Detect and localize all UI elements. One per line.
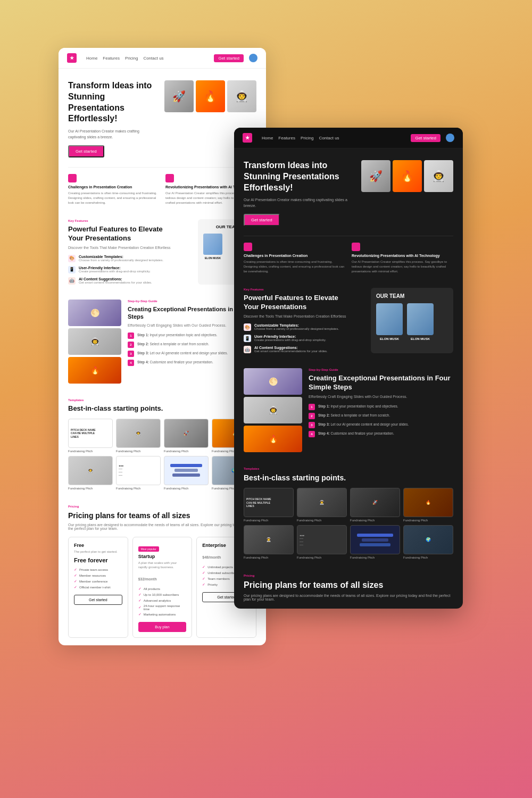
plan-cta-free[interactable]: Get started [74, 595, 122, 605]
problem-card-dark-1: Challenges in Presentation Creation Crea… [244, 243, 345, 274]
feature-icon-dark-ai: 🤖 [244, 346, 251, 353]
problem-icon-1 [68, 174, 77, 182]
plan-price-free: Free forever [74, 557, 122, 563]
template-label-dark-4: Fundraising Pitch [403, 519, 453, 522]
template-thumb-2: 👨‍🚀 [116, 419, 161, 448]
template-thumb-1: PITCH DECK NAMECAN BE MULTIPLELINES [68, 419, 113, 448]
feature-icon-dark-templates: 🎨 [244, 323, 251, 331]
steps-label-dark: Step-by-Step Guide [309, 368, 453, 371]
feature-startup-5: ✓Marketing automations [138, 612, 187, 617]
navbar-light: ★ Home Features Pricing Contact us Get s… [59, 48, 266, 69]
problem-text-dark-2: Our AI Presentation Creator simplifies t… [352, 260, 453, 274]
logo-icon[interactable]: ★ [67, 53, 77, 63]
nav-cta-button[interactable]: Get started [214, 54, 244, 62]
team-avatar-elon [203, 234, 222, 255]
feature-desc-dark-2: Create presentations with drag-and-drop … [254, 338, 326, 342]
nav-features-dark[interactable]: Features [278, 136, 295, 140]
feature-list: 🎨 Customizable Templates: Choose from a … [68, 255, 192, 285]
nav-pricing[interactable]: Pricing [125, 56, 138, 61]
plan-desc-free: The perfect plan to get started. [74, 550, 122, 554]
feature-icon-dark-ui: 📱 [244, 335, 251, 342]
template-item-dark-1[interactable]: PITCH DECK NAMECAN BE MULTIPLELINES Fund… [244, 488, 294, 522]
pricing-section-dark: Pricing Pricing plans for teams of all s… [234, 567, 463, 609]
hero-section-dark: Transform Ideas into Stunning Presentati… [234, 148, 463, 236]
template-item-dark-2[interactable]: 👨‍🚀 Fundraising Pitch [297, 488, 347, 522]
problem-title-dark-2: Revolutionizing Presentations with AI Te… [352, 254, 453, 257]
template-item-1[interactable]: PITCH DECK NAMECAN BE MULTIPLELINES Fund… [68, 419, 113, 453]
template-item-dark-8[interactable]: 🌍 Fundraising Pitch [403, 525, 453, 559]
problem-title-dark-1: Challenges in Presentation Creation [244, 254, 345, 257]
hero-cta-button[interactable]: Get started [68, 145, 104, 157]
plan-name-startup: Startup [138, 554, 187, 559]
plan-price-startup: $32/month [138, 573, 187, 583]
feature-item-2: 📱 User-Friendly Interface: Create presen… [68, 266, 192, 273]
plan-cta-startup[interactable]: Buy plan [138, 622, 187, 632]
step-text-4: Step 4: Customize and finalize your pres… [137, 360, 213, 365]
template-item-3[interactable]: 🚀 Fundraising Pitch [164, 419, 209, 453]
feature-item-dark-2: 📱 User-Friendly Interface: Create presen… [244, 335, 364, 342]
steps-images: 🌕 👨‍🚀 🔥 [68, 300, 121, 384]
problem-icon-dark-2 [352, 243, 360, 251]
hero-image-fire: 🔥 [196, 80, 225, 112]
steps-subtitle-dark: Effortlessly Craft Engaging Slides with … [309, 395, 453, 398]
feature-item-dark-1: 🎨 Customizable Templates: Choose from a … [244, 323, 364, 331]
problem-icon-dark-1 [244, 243, 252, 251]
feature-item-1: 🎨 Customizable Templates: Choose from a … [68, 255, 192, 262]
hero-image-astronaut-dark: 👨‍🚀 [424, 160, 453, 192]
step-num-1: 1 [128, 332, 134, 339]
template-item-dark-6[interactable]: ●●●────── Fundraising Pitch [297, 525, 347, 559]
template-item-6[interactable]: ●●●────── Fundraising Pitch [116, 456, 161, 490]
feature-free-3: ✓Member conference [74, 579, 122, 584]
features-text-dark: Key Features Powerful Features to Elevat… [244, 288, 364, 353]
nav-contact-dark[interactable]: Contact us [319, 136, 339, 140]
hero-title: Transform Ideas into Stunning Presentati… [68, 80, 158, 124]
feature-item-dark-3: 🤖 AI Content Suggestions: Get smart cont… [244, 346, 364, 353]
template-item-dark-5[interactable]: 👩‍🚀 Fundraising Pitch [244, 525, 294, 559]
problem-text-dark-1: Creating presentations is often time-con… [244, 260, 345, 274]
team-title-dark: OUR TEAM [376, 293, 448, 299]
nav-pricing-dark[interactable]: Pricing [301, 136, 313, 140]
problem-icon-2 [165, 174, 174, 182]
plan-features-startup: ✓All products ✓Up to 10,000 subscribers … [138, 587, 187, 617]
team-card-dark: OUR TEAM ELON MUSK ELON MUSK [371, 288, 453, 353]
step-text-dark-4: Step 4: Customize and finalize your pres… [318, 431, 394, 436]
template-thumb-5: 👩‍🚀 [68, 456, 113, 485]
hero-cta-button-dark[interactable]: Get started [244, 214, 280, 226]
nav-contact[interactable]: Contact us [143, 56, 163, 61]
hero-image-fire-dark: 🔥 [393, 160, 422, 192]
team-member-dark-2: ELON MUSK [407, 303, 434, 340]
nav-links-dark: Home Features Pricing Contact us [262, 136, 405, 140]
template-item-7[interactable]: Fundraising Pitch [164, 456, 209, 490]
templates-title: Best-in-class starting points. [68, 404, 256, 413]
pricing-title: Pricing plans for teams of all sizes [68, 511, 256, 520]
template-label-7: Fundraising Pitch [164, 487, 209, 490]
template-grid: PITCH DECK NAMECAN BE MULTIPLELINES Fund… [68, 419, 256, 490]
step-num-dark-2: 2 [309, 413, 315, 419]
step-num-3: 3 [128, 351, 134, 357]
template-item-dark-3[interactable]: 🚀 Fundraising Pitch [350, 488, 400, 522]
step-item-dark-1: 1 Step 1: Input your presentation topic … [309, 404, 453, 410]
nav-home[interactable]: Home [86, 56, 97, 61]
team-member-name: ELON MUSK [203, 256, 222, 260]
feature-icon-templates: 🎨 [68, 255, 76, 262]
template-item-5[interactable]: 👩‍🚀 Fundraising Pitch [68, 456, 113, 490]
plan-name-free: Free [74, 543, 122, 548]
logo-icon-dark[interactable]: ★ [243, 133, 252, 143]
template-thumb-3: 🚀 [164, 419, 209, 448]
nav-home-dark[interactable]: Home [262, 136, 273, 140]
nav-cta-button-dark[interactable]: Get started [411, 134, 440, 142]
feature-icon-ui: 📱 [68, 266, 76, 273]
template-item-dark-4[interactable]: 🔥 Fundraising Pitch [403, 488, 453, 522]
feature-desc-2: Create presentations with drag-and-drop … [79, 270, 151, 273]
template-label-6: Fundraising Pitch [116, 487, 161, 490]
template-thumb-dark-6: ●●●────── [297, 525, 347, 554]
team-avatar-dark-2 [407, 303, 434, 335]
template-thumb-dark-1: PITCH DECK NAMECAN BE MULTIPLELINES [244, 488, 294, 517]
template-item-dark-7[interactable]: Fundraising Pitch [350, 525, 400, 559]
feature-item-3: 🤖 AI Content Suggestions: Get smart cont… [68, 277, 192, 285]
nav-features[interactable]: Features [103, 56, 120, 61]
step-image-fire: 🔥 [68, 357, 121, 384]
team-member-elon: ELON MUSK [203, 234, 222, 260]
step-text-dark-3: Step 3: Let our AI generate content and … [318, 422, 409, 427]
template-item-2[interactable]: 👨‍🚀 Fundraising Pitch [116, 419, 161, 453]
